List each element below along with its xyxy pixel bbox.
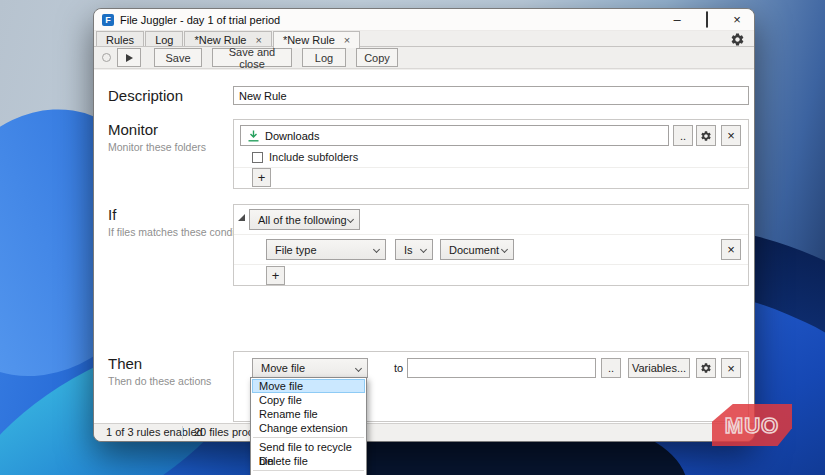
menu-item-move-file[interactable]: Move file [252,379,365,393]
close-icon: × [727,129,735,142]
svg-text:MUO: MUO [725,413,779,438]
condition-value-dropdown[interactable]: Document [440,239,514,260]
monitor-subtitle: Monitor these folders [108,141,206,153]
play-icon [126,54,133,62]
rule-editor: Description Monitor Monitor these folder… [94,70,754,423]
description-input[interactable] [233,86,749,105]
chevron-down-icon [420,246,427,253]
maximize-button[interactable] [692,9,722,31]
remove-action-button[interactable]: × [721,358,741,378]
gear-icon [700,362,712,374]
close-icon: × [727,243,735,256]
app-icon: F [102,14,114,26]
chevron-down-icon [373,246,380,253]
tab-label: Rules [106,34,134,46]
action-settings-button[interactable] [696,358,716,378]
action-dropdown[interactable]: Move file [252,358,368,378]
tab-label: Log [155,34,173,46]
condition-operator-value: Is [404,244,413,256]
save-button[interactable]: Save [154,48,202,67]
menu-item-copy-file[interactable]: Copy file [252,393,365,407]
rules-enabled-status: 1 of 3 rules enabled [106,426,203,438]
menu-item-delete-file[interactable]: Delete file [252,454,365,468]
tab-label: *New Rule [283,34,335,46]
tab-rules[interactable]: Rules [96,31,144,47]
condition-operator-dropdown[interactable]: Is [395,239,433,260]
row-divider [234,234,748,235]
include-subfolders-checkbox[interactable] [252,152,263,163]
condition-value: Document [449,244,499,256]
remove-condition-button[interactable]: × [721,239,741,260]
monitor-panel: Downloads .. × Include subfolders + [233,119,749,189]
to-label: to [394,362,403,374]
gear-icon [730,32,745,47]
condition-field-value: File type [275,244,317,256]
menu-item-change-extension[interactable]: Change extension [252,421,365,435]
settings-gear-button[interactable] [730,32,745,47]
minimize-button[interactable]: – [662,9,692,31]
tab-strip: Rules Log *New Rule × *New Rule × [94,31,754,47]
action-dropdown-menu: Move file Copy file Rename file Change e… [250,377,367,475]
folder-settings-button[interactable] [696,125,716,146]
menu-separator [253,470,364,471]
run-rule-button[interactable] [117,48,141,67]
match-mode-value: All of the following [258,214,347,226]
menu-item-rename-file[interactable]: Rename file [252,407,365,421]
description-label: Description [108,87,183,104]
condition-group-expander-icon[interactable] [238,214,245,221]
maximize-icon [706,11,708,28]
monitor-label: Monitor [108,121,158,138]
status-bar: 1 of 3 rules enabled 20 files processed [94,423,754,441]
variables-button[interactable]: Variables... [628,358,690,378]
tab-log[interactable]: Log [145,31,183,47]
condition-field-dropdown[interactable]: File type [266,239,386,260]
row-divider [234,167,748,168]
window-controls: – × [662,9,752,31]
close-icon: × [727,362,735,375]
add-condition-button[interactable]: + [266,266,285,285]
log-button[interactable]: Log [302,48,346,67]
chevron-down-icon [347,216,354,223]
browse-destination-button[interactable]: .. [601,358,621,378]
then-subtitle: Then do these actions [108,375,211,387]
gear-icon [700,130,712,142]
app-window: F File Juggler - day 1 of trial period –… [93,8,755,442]
action-value: Move file [261,362,305,374]
statusbar-divider [182,426,183,439]
add-folder-button[interactable]: + [252,168,271,187]
if-panel: All of the following File type Is Docume… [233,204,749,286]
toolbar: Save Save and close Log Copy [94,47,754,69]
close-button[interactable]: × [722,9,752,31]
tab-close-icon[interactable]: × [344,35,350,45]
tab-new-rule-2[interactable]: *New Rule × [273,31,360,48]
if-label: If [108,206,116,223]
include-subfolders-label: Include subfolders [269,151,358,163]
chevron-down-icon [501,246,508,253]
remove-folder-button[interactable]: × [721,125,741,146]
monitored-folder-name: Downloads [265,130,319,142]
muo-logo-text: MUO [719,410,785,440]
chevron-down-icon [355,365,362,372]
menu-separator [253,437,364,438]
destination-input[interactable] [407,358,596,378]
row-divider [234,264,748,265]
tab-label: *New Rule [194,34,246,46]
title-bar[interactable]: F File Juggler - day 1 of trial period –… [94,9,754,31]
then-label: Then [108,355,142,372]
save-and-close-button[interactable]: Save and close [212,48,292,67]
tab-close-icon[interactable]: × [255,35,261,45]
downloads-folder-icon [248,130,259,142]
menu-item-send-to-recycle-bin[interactable]: Send file to recycle bin [252,440,365,454]
match-mode-dropdown[interactable]: All of the following [249,209,360,230]
monitored-folder-field[interactable]: Downloads [240,125,669,146]
browse-folder-button[interactable]: .. [673,125,693,146]
copy-button[interactable]: Copy [356,48,398,67]
rule-status-indicator-icon [102,53,111,62]
window-title: File Juggler - day 1 of trial period [120,9,280,31]
